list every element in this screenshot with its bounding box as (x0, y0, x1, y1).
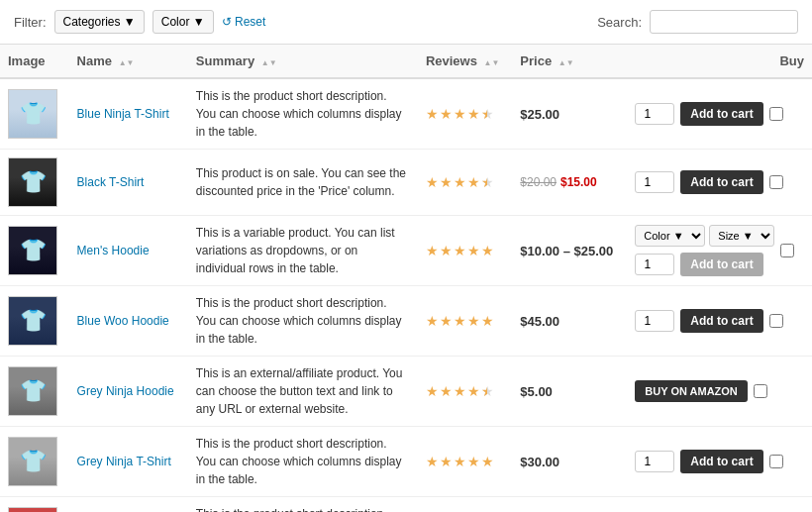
categories-filter-btn[interactable]: Categories ▼ (54, 10, 145, 34)
product-summary: This is the product short description. Y… (196, 296, 402, 346)
product-thumbnail-icon: 👕 (20, 238, 47, 263)
row-select-checkbox[interactable] (769, 455, 783, 468)
quantity-input[interactable] (635, 254, 674, 275)
product-thumbnail-icon: 👕 (20, 449, 47, 474)
add-to-cart-button[interactable]: Add to cart (680, 102, 762, 126)
star-full: ★ (481, 313, 494, 329)
reviews-sort-icon[interactable]: ▲▼ (484, 59, 500, 67)
product-image-cell: 👕 (0, 286, 69, 357)
toolbar: Filter: Categories ▼ Color ▼ ↺ Reset Sea… (0, 0, 812, 45)
col-price[interactable]: Price ▲▼ (512, 45, 627, 78)
product-image-cell: 👕 (0, 150, 69, 216)
table-row: 👕 Black T-Shirt This product is on sale.… (0, 150, 812, 216)
reset-link[interactable]: ↺ Reset (222, 15, 266, 29)
star-full: ★ (426, 454, 439, 469)
product-image-cell: 👕 (0, 357, 69, 427)
product-name-link[interactable]: Black T-Shirt (77, 175, 145, 189)
row-select-checkbox[interactable] (769, 175, 783, 189)
buy-actions: Color ▼ Size ▼ Add to cart (635, 225, 804, 276)
product-stars: ★★★★★★ (426, 174, 504, 190)
col-name[interactable]: Name ▲▼ (69, 45, 188, 78)
col-reviews[interactable]: Reviews ▲▼ (418, 45, 512, 78)
col-image: Image (0, 45, 69, 78)
quantity-input[interactable] (635, 310, 674, 332)
star-full: ★ (454, 454, 466, 469)
star-full: ★ (426, 174, 439, 190)
product-summary-cell: This product is on sale. You can see the… (188, 150, 418, 216)
product-name-link[interactable]: Grey Ninja T-Shirt (77, 455, 171, 468)
buy-actions: BUY ON AMAZON (635, 380, 804, 402)
quantity-input[interactable] (635, 171, 674, 193)
table-row: 👕 Grey Ninja Hoodie This is an external/… (0, 357, 812, 427)
product-summary: This is the product short description. Y… (196, 89, 402, 139)
product-name-cell: Black T-Shirt (69, 150, 188, 216)
price-sale: $15.00 (560, 175, 597, 189)
products-table: Image Name ▲▼ Summary ▲▼ Reviews ▲▼ Pric… (0, 45, 812, 512)
search-label: Search: (597, 15, 642, 30)
product-name-cell: Blue Ninja T-Shirt (69, 78, 188, 150)
price-sort-icon[interactable]: ▲▼ (558, 59, 574, 67)
star-full: ★ (440, 174, 453, 190)
name-sort-icon[interactable]: ▲▼ (119, 59, 135, 67)
product-summary-cell: This is the product short description. Y… (188, 78, 418, 150)
variation-controls: Color ▼ Size ▼ Add to cart (635, 225, 774, 276)
product-price-cell: $10.00 – $25.00 (512, 216, 627, 286)
product-image: 👕 (8, 296, 57, 346)
product-summary-cell: This is the product short description. Y… (188, 286, 418, 357)
product-reviews-cell: ★★★★★ (418, 427, 512, 497)
product-image-cell: 👕 (0, 216, 69, 286)
table-row: 👕 Red Ninja Hoodie This is the product s… (0, 497, 812, 513)
product-name-link[interactable]: Blue Ninja T-Shirt (77, 107, 169, 121)
product-name-link[interactable]: Blue Woo Hoodie (77, 314, 169, 328)
product-reviews-cell: ★★★★★ (418, 286, 512, 357)
add-to-cart-button[interactable]: Add to cart (680, 170, 762, 194)
product-summary: This is an external/affiliate product. Y… (196, 366, 403, 416)
product-name-cell: Men's Hoodie (69, 216, 188, 286)
product-price-cell: $5.00 (512, 357, 627, 427)
add-to-cart-button[interactable]: Add to cart (680, 309, 762, 333)
product-price-cell: $20.00$15.00 (512, 150, 627, 216)
table-header-row: Image Name ▲▼ Summary ▲▼ Reviews ▲▼ Pric… (0, 45, 812, 78)
row-select-checkbox[interactable] (754, 384, 767, 398)
product-reviews-cell: ★★★★★★ (418, 78, 512, 150)
product-summary-cell: This is the product short description. Y… (188, 427, 418, 497)
star-full: ★ (440, 383, 453, 399)
product-summary-cell: This is an external/affiliate product. Y… (188, 357, 418, 427)
product-buy-cell: Add to cart (627, 78, 812, 150)
summary-sort-icon[interactable]: ▲▼ (261, 59, 277, 67)
star-full: ★ (440, 454, 453, 469)
add-to-cart-button[interactable]: Add to cart (680, 450, 762, 473)
search-section: Search: (597, 10, 798, 34)
star-full: ★ (467, 106, 480, 122)
color-variation-select[interactable]: Color ▼ (635, 225, 705, 247)
row-select-checkbox[interactable] (780, 244, 794, 257)
size-variation-select[interactable]: Size ▼ (709, 225, 774, 247)
table-row: 👕 Blue Ninja T-Shirt This is the product… (0, 78, 812, 150)
product-name-link[interactable]: Men's Hoodie (77, 244, 150, 257)
product-buy-cell: Color ▼ Size ▼ Add to cart (627, 216, 812, 286)
variation-selects: Color ▼ Size ▼ (635, 225, 774, 247)
product-summary: This is a variable product. You can list… (196, 226, 395, 275)
filter-label: Filter: (14, 15, 47, 30)
buy-cell: Add to cart (635, 309, 762, 333)
row-select-checkbox[interactable] (769, 107, 783, 121)
row-select-checkbox[interactable] (769, 314, 783, 328)
search-input[interactable] (650, 10, 798, 34)
star-full: ★ (467, 313, 480, 329)
star-full: ★ (467, 383, 480, 399)
quantity-input[interactable] (635, 103, 674, 125)
col-summary[interactable]: Summary ▲▼ (188, 45, 418, 78)
table-row: 👕 Blue Woo Hoodie This is the product sh… (0, 286, 812, 357)
product-thumbnail-icon: 👕 (20, 169, 47, 195)
product-buy-cell: BUY ON AMAZON (627, 357, 812, 427)
add-to-cart-button[interactable]: Add to cart (680, 253, 762, 276)
product-name-link[interactable]: Grey Ninja Hoodie (77, 384, 174, 398)
quantity-input[interactable] (635, 451, 674, 472)
star-full: ★ (426, 383, 439, 399)
product-reviews-cell: ★★★★★★ (418, 150, 512, 216)
color-filter-btn[interactable]: Color ▼ (152, 10, 214, 34)
star-full: ★ (481, 243, 494, 258)
product-name-cell: Red Ninja Hoodie (69, 497, 188, 513)
buy-external-btn[interactable]: BUY ON AMAZON (635, 380, 748, 402)
table-row: 👕 Men's Hoodie This is a variable produc… (0, 216, 812, 286)
